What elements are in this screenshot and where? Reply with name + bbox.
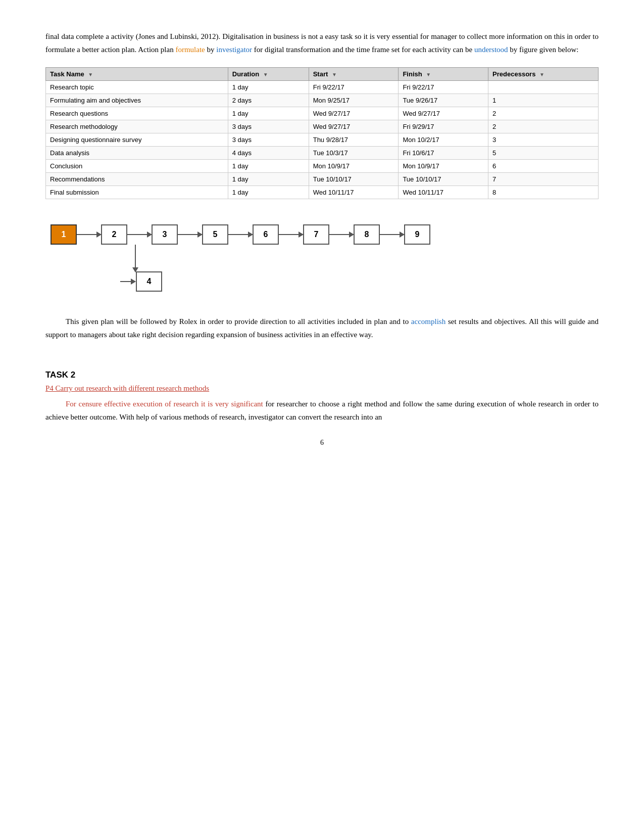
table-cell-1-2: Mon 9/25/17 — [309, 94, 399, 107]
table-cell-8-4: 8 — [488, 186, 599, 199]
intro-paragraph: final data complete a activity (Jones an… — [45, 30, 599, 56]
nd-main-row: 1 2 3 5 6 7 8 9 — [51, 224, 430, 245]
network-diagram: 1 2 3 5 6 7 8 9 4 — [45, 214, 599, 295]
gantt-table: Task Name ▼ Duration ▼ Start ▼ Finish ▼ … — [45, 67, 599, 199]
table-cell-3-1: 3 days — [228, 120, 309, 133]
table-cell-3-2: Wed 9/27/17 — [309, 120, 399, 133]
table-cell-1-1: 2 days — [228, 94, 309, 107]
nd-node-9: 9 — [404, 224, 430, 245]
nd-node-8: 8 — [354, 224, 380, 245]
nd-branch-arrowhead — [131, 279, 136, 285]
task2-paragraph: For censure effective execution of resea… — [45, 398, 599, 424]
page-number: 6 — [45, 439, 599, 447]
paragraph2: This given plan will be followed by Role… — [45, 315, 599, 341]
table-row: Recommendations1 dayTue 10/10/17Tue 10/1… — [46, 173, 599, 186]
nd-node-1: 1 — [51, 224, 77, 245]
intro-by: by — [207, 45, 216, 54]
nd-arrow-3-5 — [178, 234, 202, 235]
table-cell-6-3: Mon 10/9/17 — [399, 160, 488, 173]
table-cell-7-1: 1 day — [228, 173, 309, 186]
para2-text1: This given plan will be followed by Role… — [66, 317, 409, 326]
table-row: Data analysis4 daysTue 10/3/17Fri 10/6/1… — [46, 147, 599, 160]
table-cell-8-1: 1 day — [228, 186, 309, 199]
table-cell-6-2: Mon 10/9/17 — [309, 160, 399, 173]
nd-arrow-6-7 — [279, 234, 303, 235]
table-cell-8-2: Wed 10/11/17 — [309, 186, 399, 199]
sort-arrow-predecessors: ▼ — [539, 72, 544, 77]
table-cell-2-3: Wed 9/27/17 — [399, 107, 488, 120]
table-cell-4-1: 3 days — [228, 133, 309, 147]
nd-branch-horiz: 4 — [120, 271, 162, 292]
sort-arrow-duration: ▼ — [263, 72, 268, 77]
table-cell-0-0: Research topic — [46, 81, 228, 94]
table-cell-5-3: Fri 10/6/17 — [399, 147, 488, 160]
table-row: Research topic1 dayFri 9/22/17Fri 9/22/1… — [46, 81, 599, 94]
nd-arrow-1-2 — [77, 234, 101, 235]
nd-arrow-5-6 — [228, 234, 253, 235]
nd-branch-arrow — [120, 281, 135, 282]
nd-node-2: 2 — [101, 224, 127, 245]
table-cell-1-4: 1 — [488, 94, 599, 107]
table-cell-6-0: Conclusion — [46, 160, 228, 173]
para2-accomplish: accomplish — [411, 317, 445, 326]
table-cell-5-1: 4 days — [228, 147, 309, 160]
table-cell-3-4: 2 — [488, 120, 599, 133]
table-cell-2-1: 1 day — [228, 107, 309, 120]
table-cell-4-0: Designing questionnaire survey — [46, 133, 228, 147]
task2-heading: TASK 2 — [45, 370, 599, 380]
table-row: Research questions1 dayWed 9/27/17Wed 9/… — [46, 107, 599, 120]
table-cell-4-2: Thu 9/28/17 — [309, 133, 399, 147]
nd-node-6: 6 — [253, 224, 279, 245]
nd-arrow-7-8 — [329, 234, 354, 235]
table-cell-6-4: 6 — [488, 160, 599, 173]
highlight-formulate: formulate — [175, 45, 205, 54]
table-cell-8-3: Wed 10/11/17 — [399, 186, 488, 199]
sort-arrow-finish: ▼ — [426, 72, 431, 77]
table-row: Designing questionnaire survey3 daysThu … — [46, 133, 599, 147]
table-cell-4-4: 3 — [488, 133, 599, 147]
table-cell-7-2: Tue 10/10/17 — [309, 173, 399, 186]
sort-arrow-start: ▼ — [332, 72, 337, 77]
table-cell-5-4: 5 — [488, 147, 599, 160]
table-row: Final submission1 dayWed 10/11/17Wed 10/… — [46, 186, 599, 199]
table-cell-2-0: Research questions — [46, 107, 228, 120]
table-cell-3-0: Research methodology — [46, 120, 228, 133]
table-cell-7-0: Recommendations — [46, 173, 228, 186]
task2-subheading[interactable]: P4 Carry out research with different res… — [45, 384, 599, 393]
table-cell-0-4 — [488, 81, 599, 94]
col-header-finish: Finish ▼ — [399, 68, 488, 81]
highlight-investigator: investigator — [216, 45, 252, 54]
table-cell-0-2: Fri 9/22/17 — [309, 81, 399, 94]
nd-arrow-2-3 — [127, 234, 152, 235]
nd-branch-vertical — [128, 245, 143, 274]
gantt-table-wrapper: Task Name ▼ Duration ▼ Start ▼ Finish ▼ … — [45, 67, 599, 199]
table-cell-8-0: Final submission — [46, 186, 228, 199]
col-header-predecessors: Predecessors ▼ — [488, 68, 599, 81]
nd-node-3: 3 — [152, 224, 178, 245]
table-cell-0-3: Fri 9/22/17 — [399, 81, 488, 94]
table-row: Formulating aim and objectives2 daysMon … — [46, 94, 599, 107]
table-cell-1-0: Formulating aim and objectives — [46, 94, 228, 107]
table-cell-2-4: 2 — [488, 107, 599, 120]
col-header-taskname: Task Name ▼ — [46, 68, 228, 81]
table-cell-1-3: Tue 9/26/17 — [399, 94, 488, 107]
table-cell-7-4: 7 — [488, 173, 599, 186]
nd-node-7: 7 — [303, 224, 329, 245]
col-header-start: Start ▼ — [309, 68, 399, 81]
table-cell-7-3: Tue 10/10/17 — [399, 173, 488, 186]
table-cell-2-2: Wed 9/27/17 — [309, 107, 399, 120]
intro-text-2: for digital transformation and the time … — [254, 45, 472, 54]
highlight-understood: understood — [474, 45, 508, 54]
nd-node-5: 5 — [202, 224, 228, 245]
intro-text-3: by figure given below: — [510, 45, 578, 54]
table-cell-4-3: Mon 10/2/17 — [399, 133, 488, 147]
table-cell-0-1: 1 day — [228, 81, 309, 94]
col-header-duration: Duration ▼ — [228, 68, 309, 81]
table-cell-3-3: Fri 9/29/17 — [399, 120, 488, 133]
table-row: Research methodology3 daysWed 9/27/17Fri… — [46, 120, 599, 133]
table-row: Conclusion1 dayMon 10/9/17Mon 10/9/176 — [46, 160, 599, 173]
nd-arrow-8-9 — [380, 234, 404, 235]
task2-para-indent: For censure effective execution of resea… — [66, 400, 263, 408]
sort-arrow-taskname: ▼ — [88, 72, 93, 77]
table-cell-5-2: Tue 10/3/17 — [309, 147, 399, 160]
